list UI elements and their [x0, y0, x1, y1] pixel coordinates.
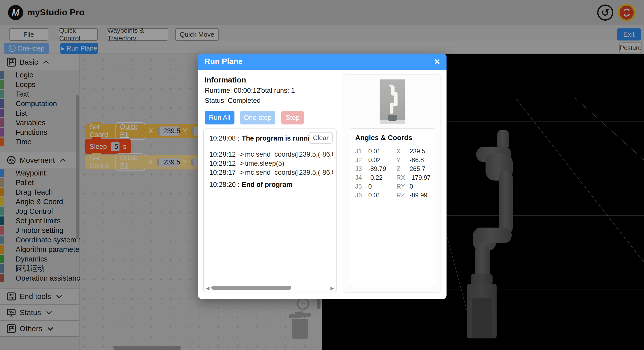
- information-heading: Information: [205, 76, 246, 84]
- robot-base: [388, 115, 397, 121]
- robot-status-card: Angles & Coords J10.01 X239.5 J20.02 Y-8…: [343, 74, 441, 293]
- angles-row: J10.01 X239.5: [355, 147, 431, 156]
- app-window: M myStudio Pro ↺ File Quick Control Wayp…: [0, 0, 644, 350]
- one-step-modal-button[interactable]: One-step: [240, 111, 275, 124]
- angles-coords-heading: Angles & Coords: [355, 134, 412, 142]
- log-line: 10:28:12 -> mc.send_coords([239.5,(-86.8…: [209, 151, 333, 158]
- clear-log-button[interactable]: Clear: [309, 132, 333, 144]
- close-icon[interactable]: ×: [434, 57, 440, 66]
- angles-row: J50 RY0: [355, 182, 431, 191]
- robot-photo: [380, 79, 405, 124]
- scroll-left-icon[interactable]: ◀: [206, 285, 210, 291]
- run-plane-dialog: Run Plane × Information Runtime: 00:00:1…: [198, 54, 447, 299]
- angles-row: J60.01 RZ-89.99: [355, 191, 431, 200]
- log-end-line: 10:28:20 : End of program: [209, 181, 333, 189]
- total-runs-text: Total runs: 1: [258, 87, 295, 95]
- log-line: 10:28:12 -> time.sleep(5): [209, 160, 333, 167]
- scroll-right-icon[interactable]: ▶: [330, 285, 334, 291]
- run-log-panel: 10:28:08 : The program is running... Cle…: [203, 128, 337, 292]
- dialog-header[interactable]: Run Plane ×: [198, 54, 447, 70]
- angles-row: J3-89.79 Z265.7: [355, 164, 431, 173]
- run-all-button[interactable]: Run All: [205, 111, 234, 124]
- stop-button[interactable]: Stop: [281, 111, 304, 124]
- log-line: 10:28:17 -> mc.send_coords([239.5,(-86.8…: [209, 169, 333, 177]
- log-horizontal-scrollbar[interactable]: ◀ ▶: [204, 285, 336, 290]
- angles-row: J4-0.22 RX-179.97: [355, 173, 431, 182]
- dialog-title: Run Plane: [205, 57, 243, 66]
- runtime-text: Runtime: 00:00:12: [205, 87, 260, 95]
- angles-row: J20.02 Y-86.8: [355, 156, 431, 164]
- status-text: Status: Completed: [205, 97, 261, 105]
- scrollbar-thumb[interactable]: [211, 286, 291, 290]
- angles-coords-card: Angles & Coords J10.01 X239.5 J20.02 Y-8…: [350, 128, 435, 287]
